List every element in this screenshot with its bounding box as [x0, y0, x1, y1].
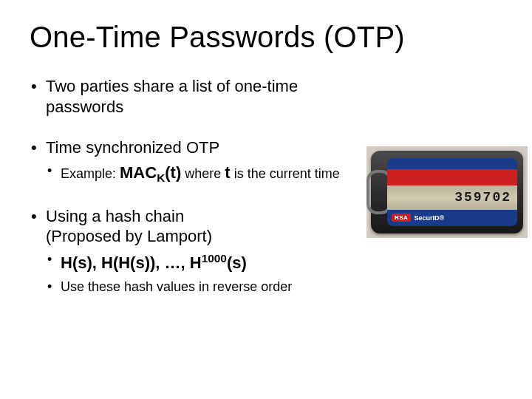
b2s-mid: where [181, 166, 225, 181]
token-digits: 359702 [454, 190, 511, 205]
bullet-3b: (Proposed by Lamport) [46, 227, 212, 245]
rsa-badge: RSA [392, 214, 411, 222]
token-label-bar: RSA SecurID® [387, 210, 517, 226]
bullet-3: Using a hash chain (Proposed by Lamport)… [30, 206, 347, 296]
b2s-prefix: Example: [61, 166, 120, 181]
hc-b: (s) [227, 253, 247, 272]
b2s-suffix: is the current time [231, 166, 340, 181]
bullet-2-sublist: Example: MACK(t) where t is the current … [46, 163, 347, 185]
mac-a: MAC [120, 163, 157, 182]
bullet-3-sub2-text: Use these hash values in reverse order [61, 279, 292, 294]
stripe-blue-top [387, 158, 517, 169]
token-body: 359702 RSA SecurID® [371, 151, 523, 233]
hc-sup: 1000 [202, 252, 227, 265]
bullet-2-text: Time synchronized OTP [46, 138, 219, 157]
slide-title: One-Time Passwords (OTP) [30, 21, 502, 54]
hc-a: H(s), H(H(s)), …, H [61, 253, 202, 272]
bullet-3a: Using a hash chain [46, 207, 184, 225]
b2s-t: t [225, 163, 230, 182]
securid-label: SecurID® [414, 214, 444, 222]
bullet-1: Two parties share a list of one-time pas… [30, 76, 347, 117]
mac-b: (t) [165, 163, 181, 182]
slide: One-Time Passwords (OTP) Two parties sha… [0, 0, 532, 399]
bullet-2-sub: Example: MACK(t) where t is the current … [46, 163, 347, 185]
bullet-1-text: Two parties share a list of one-time pas… [46, 77, 298, 116]
token-lcd: 359702 [387, 185, 517, 210]
mac-sub: K [157, 171, 165, 184]
bullet-3-sublist: H(s), H(H(s)), …, H1000(s) Use these has… [46, 251, 347, 296]
stripe-red [387, 169, 517, 185]
bullet-2: Time synchronized OTP Example: MACK(t) w… [30, 137, 347, 185]
bullet-3-sub1: H(s), H(H(s)), …, H1000(s) [46, 251, 347, 274]
securid-token-image: 359702 RSA SecurID® [366, 146, 528, 238]
bullet-3-sub2: Use these hash values in reverse order [46, 279, 347, 296]
bullet-list: Two parties share a list of one-time pas… [30, 76, 347, 296]
token-face: 359702 RSA SecurID® [387, 158, 517, 226]
